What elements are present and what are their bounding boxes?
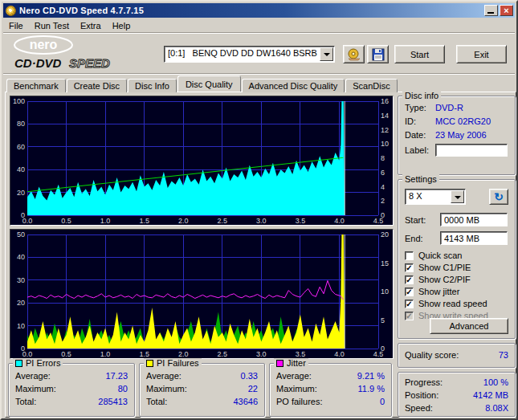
chevron-down-icon xyxy=(455,196,461,199)
svg-text:2.0: 2.0 xyxy=(178,217,189,225)
svg-text:5: 5 xyxy=(381,316,385,324)
disc-label-label: Label: xyxy=(405,145,429,155)
checkbox-box: ✓ xyxy=(405,263,414,272)
checkbox-box xyxy=(405,251,414,260)
tab-strip: BenchmarkCreate DiscDisc InfoDisc Qualit… xyxy=(6,75,398,92)
end-position-label: End: xyxy=(405,234,423,243)
tab-scandisc[interactable]: ScanDisc xyxy=(345,79,397,92)
svg-text:4.5: 4.5 xyxy=(373,217,384,225)
svg-text:30: 30 xyxy=(17,276,25,284)
pi-errors-swatch xyxy=(15,360,22,367)
pi-failures-title: PI Failures xyxy=(157,358,199,368)
svg-text:15: 15 xyxy=(381,259,389,267)
svg-text:2.5: 2.5 xyxy=(218,350,228,358)
svg-text:4.0: 4.0 xyxy=(334,217,345,225)
header: nero CD·DVD SPEED [0:1] BENQ DVD DD DW16… xyxy=(3,35,515,74)
disc-info-title: Disc info xyxy=(402,91,441,100)
pi-errors-total: 285413 xyxy=(98,397,128,406)
quality-score-group: Quality score: 73 xyxy=(398,343,516,368)
nero-brand-text: nero xyxy=(30,38,58,51)
pi-errors-chart: 02040608010002468101214160.00.51.01.52.0… xyxy=(10,96,394,226)
svg-text:20: 20 xyxy=(17,299,25,307)
chevron-down-icon xyxy=(324,53,330,56)
svg-text:14: 14 xyxy=(381,112,389,120)
app-window: Nero CD-DVD Speed 4.7.7.15 × File Run Te… xyxy=(0,0,518,420)
start-button[interactable]: Start xyxy=(394,45,445,63)
pi-failures-total: 43646 xyxy=(233,397,258,406)
disc-id-value: MCC 02RG20 xyxy=(435,116,491,126)
svg-text:0.0: 0.0 xyxy=(22,217,33,225)
svg-text:1.0: 1.0 xyxy=(100,217,111,225)
menu-item-extra[interactable]: Extra xyxy=(75,19,107,32)
start-position-field[interactable]: 0000 MB xyxy=(440,213,508,226)
svg-text:3.5: 3.5 xyxy=(296,350,306,358)
logo-speed-text: SPEED xyxy=(69,56,110,70)
progress-label: Progress: xyxy=(405,377,443,387)
eject-disc-button[interactable] xyxy=(343,45,365,63)
disc-label-field[interactable] xyxy=(435,144,508,157)
drive-select[interactable]: [0:1] BENQ DVD DD DW1640 BSRB xyxy=(164,46,335,63)
svg-text:4: 4 xyxy=(381,183,385,191)
svg-text:3.0: 3.0 xyxy=(256,217,267,225)
logo-cd-dvd-text: CD·DVD xyxy=(14,56,61,70)
svg-text:8: 8 xyxy=(381,154,385,162)
refresh-button[interactable]: ↻ xyxy=(489,189,508,205)
window-title: Nero CD-DVD Speed 4.7.7.15 xyxy=(19,6,483,15)
tab-create-disc[interactable]: Create Disc xyxy=(67,79,127,92)
end-position-value: 4143 MB xyxy=(444,234,479,243)
menu-bar: File Run Test Extra Help xyxy=(3,18,515,33)
settings-group: Settings 8 X ↻ Start: 0000 MB End: 4143 … xyxy=(398,179,516,339)
svg-text:80: 80 xyxy=(17,120,25,128)
svg-text:2.0: 2.0 xyxy=(178,350,189,358)
tab-advanced-disc-quality[interactable]: Advanced Disc Quality xyxy=(242,79,345,92)
svg-text:2: 2 xyxy=(381,197,385,205)
close-button[interactable]: × xyxy=(500,5,513,16)
end-position-field[interactable]: 4143 MB xyxy=(440,231,508,245)
speed-value: 8.08X xyxy=(485,403,508,413)
menu-item-file[interactable]: File xyxy=(3,19,29,32)
speed-label: Speed: xyxy=(405,403,433,413)
tab-disc-info[interactable]: Disc Info xyxy=(128,79,177,92)
menu-item-help[interactable]: Help xyxy=(107,19,137,32)
svg-text:40: 40 xyxy=(17,253,25,261)
pi-failures-stats-group: PI Failures Average: 0.33 Maximum: 22 To… xyxy=(139,363,265,417)
svg-text:4.5: 4.5 xyxy=(373,350,384,358)
progress-group: Progress: 100 % Position: 4142 MB Speed:… xyxy=(398,372,516,417)
drive-select-value: [0:1] BENQ DVD DD DW1640 BSRB xyxy=(168,48,318,58)
svg-text:20: 20 xyxy=(17,189,25,197)
menu-item-run-test[interactable]: Run Test xyxy=(29,19,75,32)
svg-text:20: 20 xyxy=(381,230,389,239)
quality-score-label: Quality score: xyxy=(405,350,459,360)
start-position-value: 0000 MB xyxy=(444,215,479,225)
advanced-button[interactable]: Advanced xyxy=(430,318,508,334)
svg-text:12: 12 xyxy=(381,126,389,134)
save-button[interactable] xyxy=(367,45,389,63)
tab-disc-quality[interactable]: Disc Quality xyxy=(177,75,241,92)
pi-errors-title: PI Errors xyxy=(26,358,60,368)
svg-text:100: 100 xyxy=(13,97,25,105)
disc-type-value: DVD-R xyxy=(435,103,463,112)
svg-text:50: 50 xyxy=(17,230,25,239)
drive-select-dropdown-button[interactable] xyxy=(320,47,333,61)
pi-errors-stats-group: PI Errors Average: 17.23 Maximum: 80 Tot… xyxy=(8,363,135,417)
pi-errors-maximum: 80 xyxy=(118,384,128,393)
tab-benchmark[interactable]: Benchmark xyxy=(6,79,66,92)
svg-text:3.5: 3.5 xyxy=(296,217,306,225)
speed-select[interactable]: 8 X xyxy=(405,189,466,205)
svg-text:16: 16 xyxy=(381,97,389,105)
pi-errors-average: 17.23 xyxy=(105,371,128,381)
svg-text:0.0: 0.0 xyxy=(22,350,33,358)
svg-text:1.0: 1.0 xyxy=(100,350,111,358)
close-icon: × xyxy=(500,5,512,16)
disc-type-label: Type: xyxy=(405,103,426,112)
svg-text:2.5: 2.5 xyxy=(218,217,228,225)
exit-button[interactable]: Exit xyxy=(456,45,507,63)
disc-info-group: Disc info Type: DVD-R ID: MCC 02RG20 Dat… xyxy=(398,96,516,175)
nero-logo: nero CD·DVD SPEED xyxy=(10,35,138,72)
po-failures-value: 0 xyxy=(380,397,385,406)
start-position-label: Start: xyxy=(405,215,426,225)
svg-text:0.5: 0.5 xyxy=(61,217,71,225)
disc-hand-icon xyxy=(347,48,361,61)
minimize-button[interactable] xyxy=(484,5,498,16)
speed-select-dropdown-button[interactable] xyxy=(451,190,464,203)
